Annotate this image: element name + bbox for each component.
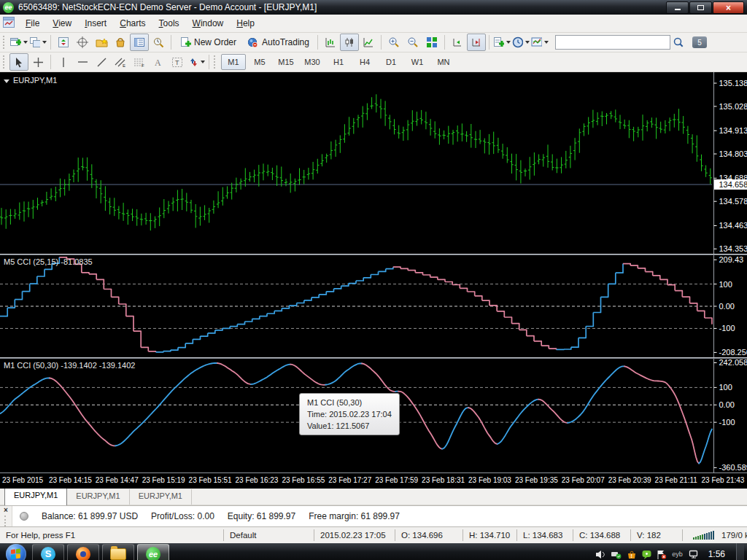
show-desktop-button[interactable] <box>736 543 744 560</box>
timeframe-m30[interactable]: M30 <box>300 54 325 70</box>
time-axis-label: 23 Feb 15:51 <box>189 476 232 484</box>
templates-button[interactable] <box>530 34 549 51</box>
status-cell: 2015.02.23 17:05 <box>314 529 395 541</box>
timeframe-h4[interactable]: H4 <box>352 54 377 70</box>
chart-shift-button[interactable] <box>467 34 486 51</box>
taskbar-mt4-button[interactable]: ee <box>137 544 169 560</box>
tray-app-icon[interactable]: eyb <box>672 551 683 558</box>
svg-text:-360.5897: -360.5897 <box>719 463 747 472</box>
autotrading-button[interactable]: AutoTrading <box>241 34 314 51</box>
bar-chart-mode-button[interactable] <box>321 34 340 51</box>
start-button[interactable] <box>6 544 26 560</box>
terminal-info-segment: Profit/Loss: 0.00 <box>151 511 214 521</box>
history-center-button[interactable] <box>111 34 130 51</box>
indicators-button[interactable] <box>492 34 511 51</box>
taskbar-skype-button[interactable]: S <box>32 544 64 560</box>
text-tool-button[interactable]: A <box>149 53 168 71</box>
tooltip-value: Value1: 121.5067 <box>307 420 392 432</box>
toolbar-grip[interactable] <box>214 55 217 69</box>
status-cell: Default <box>223 529 314 541</box>
svg-text:134.803: 134.803 <box>719 149 747 158</box>
cursor-tool-button[interactable] <box>9 53 28 71</box>
menu-item-file[interactable]: File <box>19 16 46 31</box>
auto-scroll-button[interactable] <box>448 34 467 51</box>
time-axis[interactable]: 23 Feb 201523 Feb 14:1523 Feb 14:4723 Fe… <box>0 472 747 489</box>
minimize-button[interactable] <box>666 1 689 14</box>
taskbar-firefox-button[interactable] <box>67 544 99 560</box>
terminal-close-icon[interactable]: × <box>4 507 8 514</box>
status-bar: For Help, press F1Default2015.02.23 17:0… <box>0 527 747 543</box>
community-chat-badge[interactable]: 5 <box>692 36 707 48</box>
search-input[interactable] <box>555 35 670 50</box>
toolbar-grip[interactable] <box>3 36 7 49</box>
menu-item-tools[interactable]: Tools <box>152 16 186 31</box>
fibonacci-tool-button[interactable]: F <box>130 53 149 71</box>
timeframe-m1[interactable]: M1 <box>221 54 246 70</box>
crosshair-tool-button[interactable] <box>28 53 47 71</box>
candlestick-mode-button[interactable] <box>340 34 359 51</box>
menu-item-help[interactable]: Help <box>230 16 261 31</box>
usb-device-icon[interactable] <box>611 550 622 559</box>
timeframe-mn[interactable]: MN <box>431 54 456 70</box>
arrows-tool-button[interactable] <box>187 53 206 71</box>
strategy-tester-button[interactable] <box>149 34 168 51</box>
menu-bar: FileViewInsertChartsToolsWindowHelp <box>0 15 747 33</box>
menu-item-charts[interactable]: Charts <box>113 16 152 31</box>
toolbar-grip[interactable] <box>3 55 7 69</box>
text-label-tool-button[interactable]: T <box>168 53 187 71</box>
symbol-label[interactable]: EURJPY,M1 <box>4 76 57 85</box>
menu-item-insert[interactable]: Insert <box>78 16 113 31</box>
terminal-button[interactable] <box>130 34 149 51</box>
timeframe-h1[interactable]: H1 <box>326 54 351 70</box>
new-order-button[interactable]: New Order <box>174 34 241 51</box>
close-button[interactable]: × <box>713 1 744 14</box>
terminal-grip[interactable] <box>4 516 7 526</box>
chart-tab[interactable]: EURJPY,M1 <box>130 489 192 505</box>
chart-tab[interactable]: EURJPY,M1 <box>4 488 67 505</box>
signal-strength-icon <box>693 531 714 540</box>
menu-items: FileViewInsertChartsToolsWindowHelp <box>19 16 261 31</box>
svg-text:134.578: 134.578 <box>719 197 747 206</box>
timeframe-w1[interactable]: W1 <box>405 54 430 70</box>
horizontal-line-tool-button[interactable] <box>73 53 92 71</box>
restore-button[interactable] <box>689 1 712 14</box>
svg-text:-100: -100 <box>719 324 735 332</box>
update-notifier-icon[interactable]: ! <box>627 550 637 559</box>
trendline-tool-button[interactable] <box>92 53 111 71</box>
indicator2-label: M1 CCI (50,30) -139.1402 -139.1402 <box>4 361 135 370</box>
timeframe-m15[interactable]: M15 <box>274 54 298 70</box>
search-button[interactable] <box>670 34 686 51</box>
chart-tab[interactable]: EURJPY,M1 <box>67 489 129 505</box>
taskbar-explorer-button[interactable] <box>102 544 134 560</box>
taskbar-clock[interactable]: 1:56 <box>708 549 725 559</box>
svg-text:135.028: 135.028 <box>719 102 747 111</box>
svg-text:135.138: 135.138 <box>719 79 747 88</box>
chart-tabs-bar: EURJPY,M1EURJPY,M1EURJPY,M1 <box>0 489 747 505</box>
periods-button[interactable] <box>511 34 530 51</box>
new-order-label: New Order <box>194 37 236 47</box>
timeframe-d1[interactable]: D1 <box>379 54 403 70</box>
zoom-out-button[interactable] <box>403 34 422 51</box>
menu-item-window[interactable]: Window <box>186 16 231 31</box>
folder-icon <box>110 548 126 560</box>
network-icon[interactable] <box>688 550 699 559</box>
volume-icon[interactable] <box>595 550 605 559</box>
chart-area[interactable]: 135.138135.028134.913134.803134.688134.5… <box>0 72 747 472</box>
timeframe-toolbar: M1M5M15M30H1H4D1W1MN <box>220 54 457 70</box>
time-axis-label: 23 Feb 14:47 <box>96 476 139 484</box>
new-chart-button[interactable] <box>9 34 28 51</box>
messenger-icon[interactable] <box>642 550 651 559</box>
line-chart-mode-button[interactable] <box>359 34 378 51</box>
equidistant-channel-tool-button[interactable]: E <box>111 53 130 71</box>
tile-windows-button[interactable] <box>422 34 441 51</box>
market-watch-button[interactable] <box>54 34 73 51</box>
navigator-button[interactable] <box>92 34 111 51</box>
data-window-button[interactable] <box>73 34 92 51</box>
action-center-flag-icon[interactable] <box>657 550 667 559</box>
vertical-line-tool-button[interactable] <box>54 53 73 71</box>
timeframe-m5[interactable]: M5 <box>247 54 272 70</box>
menu-item-view[interactable]: View <box>46 16 78 31</box>
profiles-button[interactable] <box>28 34 47 51</box>
zoom-in-button[interactable] <box>384 34 403 51</box>
svg-text:100: 100 <box>719 280 732 289</box>
